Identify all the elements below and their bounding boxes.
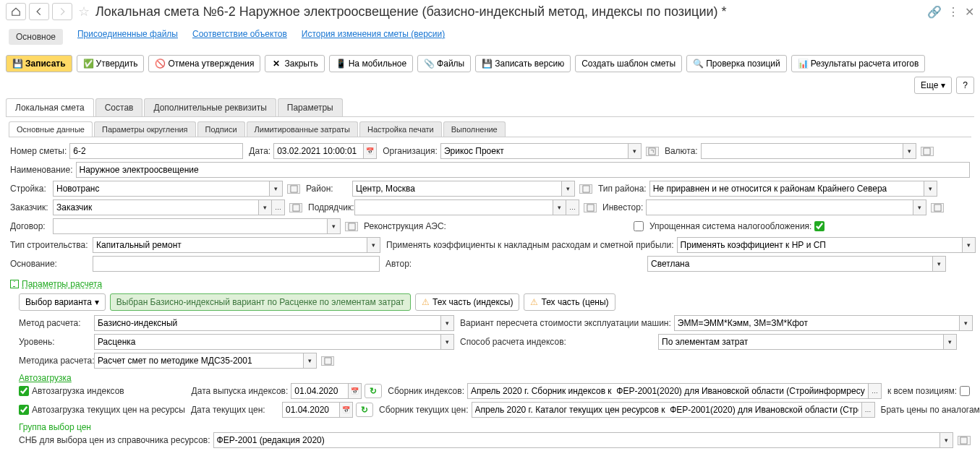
- recalcvariant-dropdown-icon[interactable]: ▾: [960, 315, 973, 331]
- date-picker-icon[interactable]: [364, 143, 377, 159]
- contractor-input[interactable]: [354, 199, 553, 215]
- bldtype-input[interactable]: [93, 237, 367, 253]
- method-dropdown-icon[interactable]: ▾: [441, 315, 454, 331]
- level-dropdown-icon[interactable]: ▾: [441, 334, 454, 350]
- tab-composition[interactable]: Состав: [95, 98, 143, 116]
- currency-dropdown-icon[interactable]: ▾: [903, 143, 916, 159]
- autoload-link[interactable]: Автозагрузка: [19, 373, 72, 383]
- calcmethodics-dropdown-icon[interactable]: ▾: [304, 353, 317, 369]
- construction-input[interactable]: [53, 181, 270, 197]
- snb-input[interactable]: [213, 432, 940, 448]
- record-button[interactable]: Записать: [6, 55, 72, 72]
- pricebook-more-icon[interactable]: …: [862, 402, 875, 418]
- region-open-button[interactable]: [579, 184, 592, 194]
- tab-additional-props[interactable]: Дополнительные реквизиты: [144, 98, 276, 116]
- contractor-more-icon[interactable]: …: [566, 199, 579, 215]
- pricedate-refresh-button[interactable]: [356, 403, 373, 417]
- techpart-prices-button[interactable]: Тех часть (цены): [524, 293, 615, 311]
- author-input[interactable]: [647, 256, 933, 272]
- contractor-open-button[interactable]: [584, 203, 597, 212]
- pricedate-picker-icon[interactable]: [340, 402, 353, 418]
- mobile-button[interactable]: На мобильное: [329, 55, 413, 72]
- snb-dropdown-icon[interactable]: ▾: [940, 432, 953, 448]
- investor-dropdown-icon[interactable]: ▾: [913, 199, 926, 215]
- idxmethod-input[interactable]: [658, 334, 944, 350]
- snb-open-button[interactable]: [958, 436, 971, 445]
- section-attached-files[interactable]: Присоединенные файлы: [77, 29, 178, 45]
- investor-input[interactable]: [646, 199, 913, 215]
- reconstruction-checkbox[interactable]: [634, 221, 644, 231]
- subtab-execution[interactable]: Выполнение: [443, 121, 506, 137]
- section-object-match[interactable]: Соответствие объектов: [192, 29, 287, 45]
- idxdate-refresh-button[interactable]: [365, 384, 382, 398]
- tab-local-estimate[interactable]: Локальная смета: [6, 98, 94, 116]
- subtab-signatures[interactable]: Подписи: [197, 121, 245, 137]
- idxmethod-dropdown-icon[interactable]: ▾: [944, 334, 957, 350]
- calcmethodics-input[interactable]: [94, 353, 304, 369]
- regiontype-input[interactable]: [649, 181, 924, 197]
- idxbook-input[interactable]: [467, 383, 869, 399]
- applycoef-input[interactable]: [677, 237, 963, 253]
- simplified-checkbox[interactable]: [814, 221, 825, 231]
- autoprices-checkbox[interactable]: [19, 405, 29, 415]
- allpos-checkbox[interactable]: [960, 386, 970, 396]
- subtab-limited-costs[interactable]: Лимитированные затраты: [247, 121, 358, 137]
- currency-input[interactable]: [701, 143, 903, 159]
- section-history[interactable]: История изменения сметы (версии): [302, 29, 445, 45]
- customer-input[interactable]: [53, 199, 259, 215]
- tab-parameters[interactable]: Параметры: [278, 98, 343, 116]
- check-positions-button[interactable]: Проверка позиций: [686, 55, 787, 72]
- level-input[interactable]: [94, 334, 441, 350]
- approve-button[interactable]: Утвердить: [77, 55, 145, 72]
- results-button[interactable]: Результаты расчета итогов: [791, 55, 926, 72]
- number-input[interactable]: [69, 143, 243, 159]
- variant-select-button[interactable]: Выбор варианта: [19, 293, 106, 311]
- contract-input[interactable]: [53, 218, 328, 234]
- customer-open-button[interactable]: [289, 203, 302, 212]
- techpart-indices-button[interactable]: Тех часть (индексы): [415, 293, 519, 311]
- org-open-button[interactable]: [646, 147, 659, 156]
- recalcvariant-input[interactable]: [674, 315, 960, 331]
- construction-dropdown-icon[interactable]: ▾: [270, 181, 283, 197]
- bldtype-dropdown-icon[interactable]: ▾: [367, 237, 380, 253]
- link-icon[interactable]: 🔗: [927, 5, 942, 19]
- files-button[interactable]: Файлы: [417, 55, 471, 72]
- idxbook-more-icon[interactable]: …: [869, 383, 882, 399]
- currency-open-button[interactable]: [921, 147, 934, 156]
- org-input[interactable]: [440, 143, 629, 159]
- forward-button[interactable]: [52, 3, 72, 20]
- idxdate-picker-icon[interactable]: [349, 383, 362, 399]
- customer-more-icon[interactable]: …: [272, 199, 285, 215]
- reject-approval-button[interactable]: Отмена утверждения: [148, 55, 260, 72]
- pricebook-input[interactable]: [472, 402, 862, 418]
- applycoef-dropdown-icon[interactable]: ▾: [963, 237, 976, 253]
- section-main[interactable]: Основное: [9, 29, 63, 45]
- save-version-button[interactable]: Записать версию: [475, 55, 571, 72]
- date-input[interactable]: [273, 143, 364, 159]
- variant-selected-button[interactable]: Выбран Базисно-индексный вариант по Расц…: [110, 293, 411, 311]
- more-button[interactable]: Еще: [914, 77, 952, 94]
- name-input[interactable]: [76, 162, 970, 178]
- region-input[interactable]: [352, 181, 562, 197]
- regiontype-dropdown-icon[interactable]: ▾: [924, 181, 937, 197]
- idxdate-input[interactable]: [291, 383, 349, 399]
- close-button[interactable]: Закрыть: [265, 55, 324, 72]
- contract-open-button[interactable]: [345, 222, 358, 231]
- help-button[interactable]: ?: [956, 77, 974, 94]
- close-window-icon[interactable]: ✕: [965, 5, 974, 19]
- autoidx-checkbox[interactable]: [19, 386, 29, 396]
- investor-open-button[interactable]: [931, 203, 944, 212]
- author-dropdown-icon[interactable]: ▾: [933, 256, 946, 272]
- org-dropdown-icon[interactable]: ▾: [629, 143, 642, 159]
- contractor-dropdown-icon[interactable]: ▾: [553, 199, 566, 215]
- menu-icon[interactable]: ⋮: [947, 5, 959, 19]
- subtab-main-data[interactable]: Основные данные: [9, 121, 93, 137]
- region-dropdown-icon[interactable]: ▾: [562, 181, 575, 197]
- favorite-icon[interactable]: ☆: [78, 4, 90, 20]
- subtab-print-settings[interactable]: Настройка печати: [359, 121, 442, 137]
- contract-dropdown-icon[interactable]: ▾: [328, 218, 341, 234]
- back-button[interactable]: [29, 3, 49, 20]
- subtab-rounding[interactable]: Параметры округления: [94, 121, 196, 137]
- basis-input[interactable]: [93, 256, 380, 272]
- customer-dropdown-icon[interactable]: ▾: [259, 199, 272, 215]
